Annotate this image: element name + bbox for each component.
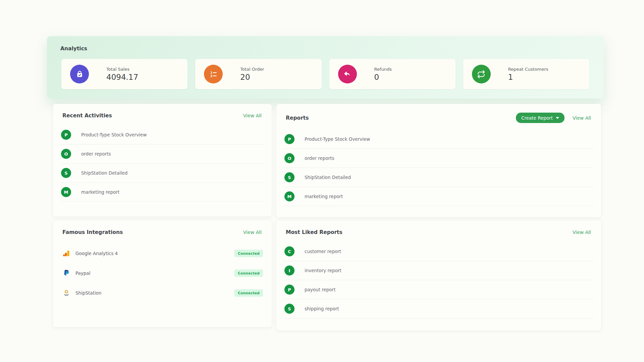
report-initial-badge: S [284, 172, 294, 182]
list-item[interactable]: Paypal Connected [62, 263, 263, 283]
stat-card-refunds: Refunds 0 [329, 59, 455, 89]
analytics-panel: Analytics Total Sales 4094.17 [47, 36, 604, 99]
report-item-label: marketing report [81, 189, 119, 195]
stat-value: 20 [240, 73, 264, 81]
stat-card-total-sales: Total Sales 4094.17 [61, 59, 187, 89]
stat-label: Repeat Customers [508, 67, 548, 72]
list-item[interactable]: S ShipStation Detailed [60, 164, 264, 183]
report-initial-badge: S [61, 168, 71, 178]
recent-activities-view-all-link[interactable]: View All [243, 113, 262, 118]
list-item[interactable]: P payout report [284, 280, 594, 299]
report-initial-badge: P [61, 130, 71, 140]
most-liked-reports-card: Most Liked Reports View All C customer r… [276, 221, 601, 330]
reports-view-all-link[interactable]: View All [573, 115, 591, 121]
stat-label: Total Sales [106, 67, 138, 72]
report-initial-badge: C [284, 246, 294, 256]
svg-text:2: 2 [210, 74, 212, 77]
stat-label: Total Order [240, 67, 264, 72]
recent-activities-card: Recent Activities View All P Product-Typ… [53, 104, 272, 217]
integration-name: Paypal [75, 270, 90, 276]
list-item[interactable]: Google Analytics 4 Connected [62, 243, 263, 263]
list-item[interactable]: ShipStation Connected [62, 283, 263, 303]
stat-card-total-order: 1 2 Total Order 20 [195, 59, 321, 89]
recent-activities-title: Recent Activities [62, 113, 112, 119]
list-item[interactable]: M marketing report [284, 187, 594, 206]
report-initial-badge: M [61, 187, 71, 197]
create-report-label: Create Report [521, 115, 553, 121]
report-item-label: Product-Type Stock Overview [305, 136, 370, 142]
famous-integrations-view-all-link[interactable]: View All [243, 230, 262, 235]
report-initial-badge: P [284, 285, 294, 295]
list-item[interactable]: S ShipStation Detailed [284, 168, 594, 187]
report-initial-badge: S [284, 304, 294, 314]
report-item-label: inventory report [305, 268, 341, 273]
repeat-icon [472, 65, 491, 83]
list-item[interactable]: S shipping report [284, 299, 594, 318]
integration-name: Google Analytics 4 [75, 251, 118, 256]
status-badge[interactable]: Connected [234, 289, 263, 297]
shipstation-icon [62, 288, 71, 297]
list-item[interactable]: C customer report [284, 242, 594, 261]
most-liked-reports-list: C customer report I inventory report P p… [284, 242, 594, 318]
most-liked-reports-title: Most Liked Reports [286, 229, 342, 235]
chevron-down-icon [556, 117, 559, 119]
paypal-icon [62, 268, 71, 278]
stat-label: Refunds [374, 67, 392, 72]
bag-check-icon [70, 65, 89, 83]
report-initial-badge: O [61, 149, 71, 159]
reply-arrow-icon [338, 65, 357, 83]
list-item[interactable]: P Product-Type Stock Overview [60, 125, 264, 144]
stat-value: 4094.17 [106, 73, 138, 81]
status-badge[interactable]: Connected [234, 269, 263, 277]
most-liked-reports-view-all-link[interactable]: View All [573, 230, 591, 235]
report-initial-badge: M [284, 191, 294, 201]
reports-list: P Product-Type Stock Overview O order re… [284, 130, 594, 206]
integration-name: ShipStation [75, 290, 101, 296]
list-item[interactable]: O order reports [284, 149, 594, 168]
report-item-label: ShipStation Detailed [305, 175, 351, 180]
report-initial-badge: P [284, 134, 294, 144]
famous-integrations-title: Famous Integrations [62, 229, 123, 235]
reports-title: Reports [286, 115, 309, 121]
ordered-list-icon: 1 2 [204, 65, 223, 83]
create-report-button[interactable]: Create Report [516, 113, 565, 123]
dashboard-page: Analytics Total Sales 4094.17 [0, 0, 644, 362]
recent-activities-list: P Product-Type Stock Overview O order re… [60, 125, 264, 202]
list-item[interactable]: I inventory report [284, 261, 594, 280]
reports-card: Reports Create Report View All P Product… [276, 104, 601, 217]
stat-card-repeat-customers: Repeat Customers 1 [463, 59, 589, 89]
list-item[interactable]: M marketing report [60, 183, 264, 202]
famous-integrations-card: Famous Integrations View All Google Anal… [53, 221, 272, 327]
report-initial-badge: I [284, 265, 294, 276]
report-item-label: order reports [305, 156, 334, 161]
stats-row: Total Sales 4094.17 1 2 Total Order 20 [61, 59, 589, 89]
report-item-label: ShipStation Detailed [81, 170, 127, 176]
report-item-label: shipping report [305, 306, 339, 311]
report-item-label: payout report [305, 287, 335, 292]
integration-list: Google Analytics 4 Connected Paypal Conn… [62, 243, 263, 303]
report-item-label: marketing report [305, 194, 343, 199]
google-analytics-icon [62, 249, 71, 258]
status-badge[interactable]: Connected [234, 250, 263, 257]
report-initial-badge: O [284, 153, 294, 163]
report-item-label: customer report [305, 249, 341, 254]
analytics-title: Analytics [60, 46, 87, 52]
list-item[interactable]: O order reports [60, 144, 264, 164]
list-item[interactable]: P Product-Type Stock Overview [284, 130, 594, 149]
report-item-label: Product-Type Stock Overview [81, 132, 147, 137]
stat-value: 1 [508, 73, 548, 81]
stat-value: 0 [374, 73, 392, 81]
report-item-label: order reports [81, 151, 111, 157]
